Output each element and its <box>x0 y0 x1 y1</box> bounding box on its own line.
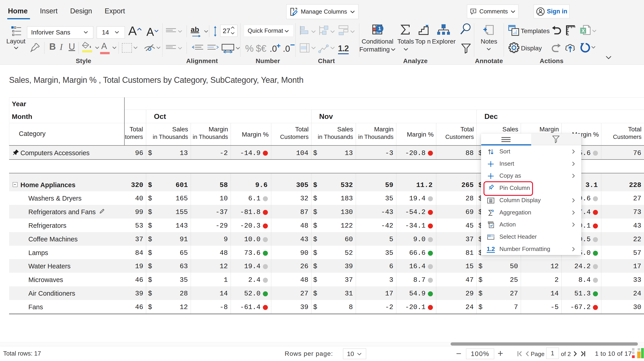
svg-text:X: X <box>582 28 585 33</box>
